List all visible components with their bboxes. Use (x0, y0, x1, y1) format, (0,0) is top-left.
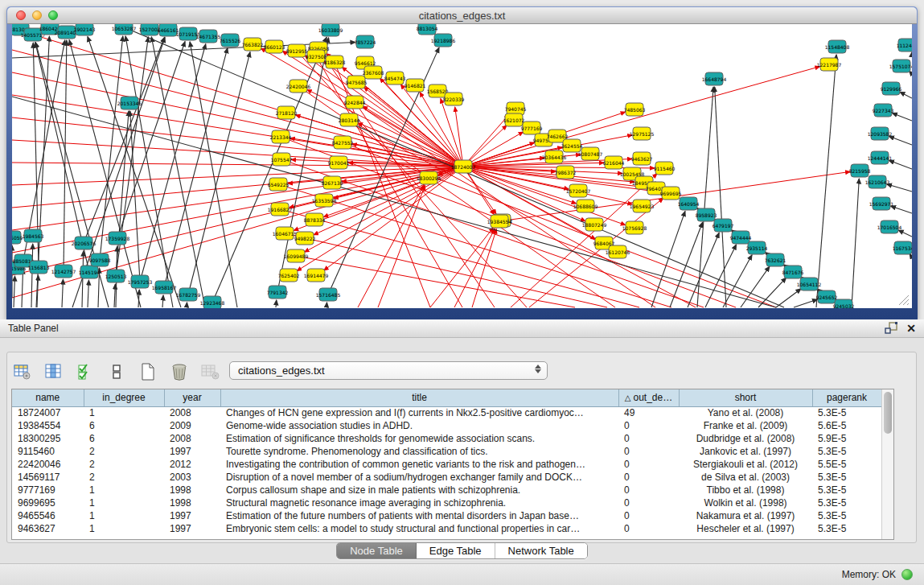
network-node[interactable]: 9170041 (328, 156, 350, 169)
network-node[interactable]: 8215958 (849, 164, 871, 177)
network-node[interactable]: 7615526 (220, 34, 241, 47)
network-node[interactable]: 2718120 (276, 106, 298, 119)
network-node[interactable]: 10653287 (112, 24, 137, 35)
network-node[interactable]: 12217987 (817, 58, 842, 71)
network-node[interactable]: 9699695 (660, 187, 682, 200)
network-node[interactable]: 9115460 (654, 162, 676, 175)
network-node[interactable]: 8878334 (304, 213, 326, 226)
table-row[interactable]: 911546021997Tourette syndrome. Phenomeno… (12, 445, 881, 458)
table-row[interactable]: 977716911998Corpus callosum shape and si… (12, 484, 881, 496)
network-node[interactable]: 7857224 (355, 35, 376, 48)
network-node[interactable]: 9463627 (631, 152, 653, 165)
network-node[interactable]: 8427552 (332, 136, 354, 149)
network-node[interactable]: 7485063 (624, 103, 646, 116)
network-node[interactable]: 16782759 (176, 288, 201, 301)
network-node[interactable]: 16958167 (152, 281, 177, 294)
network-node[interactable]: 1112442 (897, 39, 912, 51)
network-node[interactable]: 20153346 (117, 97, 142, 109)
network-node[interactable]: 6216044 (603, 156, 625, 169)
network-node[interactable]: 1250513 (105, 270, 127, 282)
network-node[interactable]: 16120746 (606, 245, 630, 258)
select-columns-icon[interactable] (76, 362, 95, 381)
network-graph[interactable]: 1813044140557171860426208914061902143106… (12, 24, 912, 308)
network-node[interactable]: 2526059 (12, 231, 23, 244)
network-node[interactable]: 2213344 (270, 130, 292, 143)
network-node[interactable]: 19654923 (630, 200, 655, 212)
table-column-icon[interactable] (44, 362, 64, 381)
table-panel-header[interactable]: Table Panel ✕ (0, 319, 924, 338)
resize-grip-icon[interactable] (896, 292, 910, 307)
table-row[interactable]: 1938455462009Genome-wide association stu… (12, 419, 881, 432)
network-node[interactable]: 16648794 (702, 72, 727, 85)
network-node[interactable]: 9245032 (833, 299, 855, 308)
network-node[interactable]: 8267130 (322, 176, 343, 189)
network-node[interactable]: 19218986 (431, 34, 456, 47)
network-node[interactable]: 12444141 (868, 151, 893, 164)
network-node[interactable]: 8186328 (324, 56, 346, 68)
window-titlebar[interactable]: citations_edges.txt (7, 7, 917, 24)
network-node[interactable]: 2935114 (746, 241, 768, 254)
network-node[interactable]: 9498222 (294, 232, 316, 245)
network-node[interactable]: 1167534 (893, 241, 912, 254)
table-row[interactable]: 2242004622012Investigating the contribut… (12, 458, 881, 471)
network-node[interactable]: 20364436 (542, 150, 567, 163)
network-node[interactable]: 15716485 (316, 288, 341, 301)
network-window[interactable]: citations_edges.txt 18130441405571718604… (6, 6, 918, 319)
network-node[interactable]: 9227343 (873, 104, 894, 117)
close-panel-icon[interactable]: ✕ (906, 321, 916, 336)
network-node[interactable]: 16914479 (304, 269, 329, 282)
trash-icon[interactable] (170, 362, 189, 381)
table-scrollbar[interactable] (881, 389, 893, 539)
network-node[interactable]: 8813054 (417, 24, 438, 35)
network-node[interactable]: 16099489 (284, 249, 309, 262)
network-node[interactable]: 10654112 (797, 278, 822, 290)
network-node[interactable]: 6549225 (268, 178, 290, 191)
tab-node-table[interactable]: Node Table (337, 543, 417, 558)
network-node[interactable]: 12975125 (630, 127, 655, 140)
rows-icon[interactable] (107, 362, 126, 381)
network-node[interactable]: 20206576 (72, 237, 97, 249)
network-node[interactable]: 1902143 (74, 24, 96, 35)
column-header-year[interactable]: year (164, 389, 220, 406)
network-node[interactable]: 1145194 (79, 266, 101, 278)
network-node[interactable]: 9146821 (405, 79, 426, 92)
network-node[interactable]: 9097588 (89, 253, 111, 266)
column-header-short[interactable]: short (679, 389, 812, 406)
table-settings-icon[interactable] (13, 362, 32, 381)
network-node[interactable]: 8958923 (696, 208, 717, 221)
network-node[interactable]: 18724007 (451, 160, 476, 173)
network-node[interactable]: 9245652 (816, 290, 838, 303)
network-node[interactable]: 15692971 (869, 197, 894, 210)
network-node[interactable]: 12923468 (200, 296, 225, 308)
network-node[interactable]: 1984563 (23, 229, 44, 242)
table-row[interactable]: 1872400712008Changes of HCN gene express… (12, 406, 881, 419)
network-node[interactable]: 9777169 (521, 122, 543, 134)
column-header-in_degree[interactable]: in_degree (84, 389, 164, 406)
network-node[interactable]: 17016504 (877, 220, 902, 233)
table-row[interactable]: 1830029562008Estimation of significance … (12, 432, 881, 445)
network-node[interactable]: 10807487 (578, 147, 603, 160)
network-node[interactable]: 14671355 (196, 30, 221, 43)
network-node[interactable]: 10688609 (573, 200, 598, 212)
new-document-icon[interactable] (138, 362, 158, 381)
network-node[interactable]: 19166827 (268, 203, 293, 216)
network-node[interactable]: 18807249 (582, 218, 607, 231)
network-node[interactable]: 10756928 (622, 221, 647, 234)
column-header-name[interactable]: name (12, 389, 84, 406)
table-row[interactable]: 946554611997Estimation of the future num… (12, 509, 881, 522)
network-node[interactable]: 1156813 (28, 261, 50, 274)
network-node[interactable]: 2803144 (339, 113, 360, 126)
network-node[interactable]: 8660123 (264, 40, 285, 53)
network-node[interactable]: 8454743 (384, 72, 406, 84)
tab-edge-table[interactable]: Edge Table (417, 543, 495, 558)
table-row[interactable]: 1456911722003Disruption of a novel membe… (12, 471, 881, 484)
network-node[interactable]: 7632621 (765, 253, 786, 266)
network-node[interactable]: 16210643 (865, 175, 890, 188)
column-header-out_de[interactable]: △out_de… (618, 389, 679, 406)
network-node[interactable]: 19384554 (487, 215, 512, 228)
network-node[interactable]: 8912955 (286, 44, 308, 57)
network-node[interactable]: 8471676 (782, 266, 804, 278)
scrollbar-thumb[interactable] (884, 392, 892, 434)
network-node[interactable]: 7986372 (555, 166, 577, 179)
table-row[interactable]: 946362711997Embryonic stem cells: a mode… (12, 522, 881, 535)
